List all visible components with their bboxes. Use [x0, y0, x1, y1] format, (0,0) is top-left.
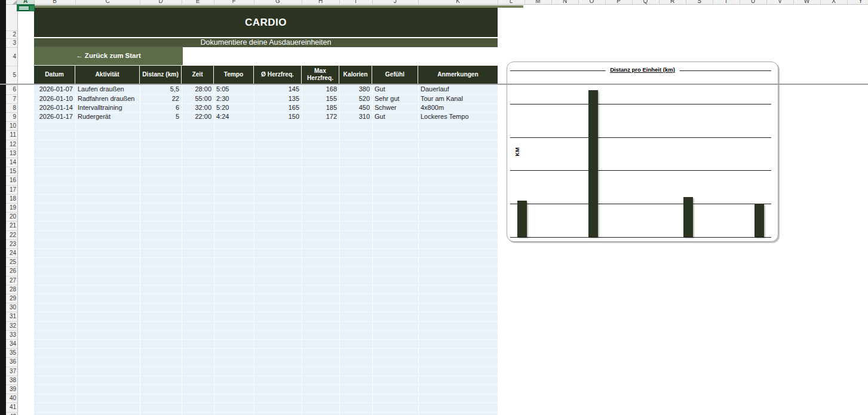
row-number-27[interactable]: 27 [6, 276, 16, 285]
table-cell[interactable]: Tour am Kanal [418, 94, 498, 103]
table-cell[interactable]: 5:05 [214, 85, 254, 94]
table-cell[interactable]: 2026-01-07 [34, 85, 75, 94]
row-number-17[interactable]: 17 [6, 185, 16, 194]
fill-handle[interactable] [30, 6, 34, 11]
column-letter-w[interactable]: W [793, 0, 820, 5]
table-cell[interactable]: 185 [302, 103, 339, 112]
column-letter-h[interactable]: H [302, 0, 339, 5]
column-letter-q[interactable]: Q [632, 0, 659, 5]
table-cell[interactable]: 2:30 [214, 94, 254, 103]
column-letter-i[interactable]: I [339, 0, 372, 5]
header-cell-6[interactable]: Ø Herzfreq. [254, 66, 302, 84]
table-cell[interactable]: Gut [372, 85, 418, 94]
row-number-33[interactable]: 33 [6, 330, 16, 339]
back-to-start-button[interactable]: ← Zurück zum Start [34, 47, 183, 65]
row-number-20[interactable]: 20 [6, 212, 16, 221]
table-cell[interactable]: 150 [254, 112, 302, 121]
table-cell[interactable]: Gut [372, 112, 418, 121]
row-number-26[interactable]: 26 [6, 266, 16, 275]
workout-table-body[interactable]: 2026-01-07Laufen draußen5,528:005:051451… [34, 84, 498, 415]
table-cell[interactable]: 168 [302, 85, 339, 94]
table-cell[interactable]: 520 [339, 94, 372, 103]
row-number-22[interactable]: 22 [6, 230, 16, 239]
select-all-corner-icon[interactable] [12, 0, 17, 5]
row-number-5[interactable]: 5 [6, 66, 16, 84]
table-cell[interactable]: 22 [140, 94, 182, 103]
column-letter-e[interactable]: E [182, 0, 214, 5]
distance-chart[interactable]: Distanz pro Einheit (km) KM [507, 62, 778, 242]
row-number-25[interactable]: 25 [6, 257, 16, 266]
table-cell[interactable]: 5 [140, 112, 182, 121]
row-number-19[interactable]: 19 [6, 203, 16, 212]
column-a-background[interactable] [18, 5, 34, 415]
row-number-13[interactable]: 13 [6, 149, 16, 158]
table-cell[interactable]: 28:00 [182, 85, 214, 94]
table-cell[interactable]: 2026-01-10 [34, 94, 75, 103]
table-cell[interactable]: Rudergerät [75, 112, 140, 121]
table-cell[interactable]: 6 [140, 103, 182, 112]
row-number-36[interactable]: 36 [6, 357, 16, 366]
row-number-18[interactable]: 18 [6, 194, 16, 203]
row-number-38[interactable]: 38 [6, 376, 16, 385]
table-cell[interactable]: 5,5 [140, 85, 182, 94]
table-cell[interactable]: 135 [254, 94, 302, 103]
table-cell[interactable]: 55:00 [182, 94, 214, 103]
table-cell[interactable]: 450 [339, 103, 372, 112]
column-letter-b[interactable]: B [34, 0, 75, 5]
table-cell[interactable]: 172 [302, 112, 339, 121]
header-cell-5[interactable]: Tempo [214, 66, 254, 84]
row-number-21[interactable]: 21 [6, 221, 16, 230]
table-cell[interactable]: 2026-01-14 [34, 103, 75, 112]
table-cell[interactable]: Schwer [372, 103, 418, 112]
table-cell[interactable]: 4x800m [418, 103, 498, 112]
header-cell-7[interactable]: Max Herzfreq. [302, 66, 339, 84]
table-cell[interactable]: 32:00 [182, 103, 214, 112]
table-cell[interactable]: 165 [254, 103, 302, 112]
row-number-4[interactable]: 4 [6, 47, 16, 66]
active-cell-indicator[interactable] [17, 4, 35, 11]
header-cell-2[interactable]: Aktivität [75, 66, 140, 84]
row-number-41[interactable]: 41 [6, 402, 16, 411]
header-cell-8[interactable]: Kalorien [339, 66, 372, 84]
row-number-6[interactable]: 6 [6, 85, 16, 94]
column-letter-g[interactable]: G [254, 0, 302, 5]
column-letter-r[interactable]: R [659, 0, 686, 5]
table-cell[interactable]: Intervalltraining [75, 103, 140, 112]
table-cell[interactable]: 5:20 [214, 103, 254, 112]
column-letter-k[interactable]: K [418, 0, 498, 5]
row-number-35[interactable]: 35 [6, 348, 16, 357]
column-letter-p[interactable]: P [605, 0, 632, 5]
column-letter-v[interactable]: V [766, 0, 793, 5]
row-number-23[interactable]: 23 [6, 239, 16, 248]
row-number-7[interactable]: 7 [6, 94, 16, 103]
row-number-11[interactable]: 11 [6, 130, 16, 139]
row-number-32[interactable]: 32 [6, 321, 16, 330]
header-cell-9[interactable]: Gefühl [372, 66, 418, 84]
row-number-29[interactable]: 29 [6, 294, 16, 303]
column-letter-c[interactable]: C [75, 0, 140, 5]
column-letter-l[interactable]: L [498, 0, 525, 5]
column-letter-t[interactable]: T [713, 0, 740, 5]
header-cell-1[interactable]: Datum [34, 66, 75, 84]
row-number-9[interactable]: 9 [6, 112, 16, 121]
row-number-28[interactable]: 28 [6, 285, 16, 294]
table-cell[interactable]: 145 [254, 85, 302, 94]
table-cell[interactable]: 22:00 [182, 112, 214, 121]
table-cell[interactable]: Sehr gut [372, 94, 418, 103]
row-number-10[interactable]: 10 [6, 121, 16, 130]
table-cell[interactable]: Lockeres Tempo [418, 112, 498, 121]
column-letter-u[interactable]: U [740, 0, 766, 5]
row-number-24[interactable]: 24 [6, 248, 16, 257]
column-letter-m[interactable]: M [525, 0, 551, 5]
row-number-31[interactable]: 31 [6, 312, 16, 321]
row-number-37[interactable]: 37 [6, 367, 16, 376]
row-number-30[interactable]: 30 [6, 303, 16, 312]
header-cell-3[interactable]: Distanz (km) [140, 66, 182, 84]
row-number-15[interactable]: 15 [6, 167, 16, 176]
column-letter-s[interactable]: S [686, 0, 713, 5]
header-cell-10[interactable]: Anmerkungen [418, 66, 498, 84]
row-number-16[interactable]: 16 [6, 176, 16, 185]
table-cell[interactable]: 2026-01-17 [34, 112, 75, 121]
row-number-3[interactable]: 3 [6, 38, 16, 47]
table-cell[interactable]: 4:24 [214, 112, 254, 121]
